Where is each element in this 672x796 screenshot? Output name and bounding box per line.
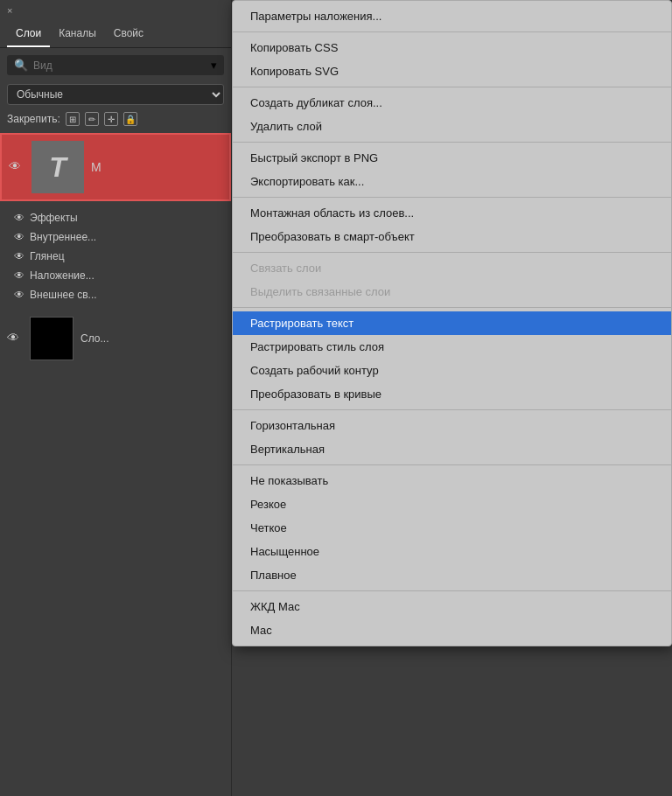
panel-tabs: Слои Каналы Свойс bbox=[0, 21, 231, 48]
menu-separator bbox=[233, 87, 671, 87]
effect-label: Наложение... bbox=[30, 269, 94, 282]
effect-eye-icon[interactable]: 👁 bbox=[14, 231, 24, 243]
lock-paint-button[interactable]: ✏ bbox=[85, 112, 99, 126]
lock-move-button[interactable]: ✛ bbox=[104, 112, 118, 126]
menu-item-create-path[interactable]: Создать рабочий контур bbox=[233, 359, 671, 382]
blend-mode-select[interactable]: Обычные bbox=[7, 84, 224, 105]
effect-eye-icon[interactable]: 👁 bbox=[14, 269, 24, 282]
visibility-eye-icon-2[interactable]: 👁 bbox=[7, 331, 23, 346]
effect-item-overlay[interactable]: 👁 Наложение... bbox=[0, 266, 231, 285]
menu-item-smooth[interactable]: Плавное bbox=[233, 563, 671, 587]
menu-item-mac[interactable]: Мас bbox=[233, 618, 671, 642]
search-icon: 🔍 bbox=[14, 59, 28, 72]
effect-label: Внутреннее... bbox=[30, 231, 96, 243]
menu-item-select-linked: Выделить связанные слои bbox=[233, 280, 671, 304]
black-layer[interactable]: 👁 Сло... bbox=[0, 311, 231, 366]
menu-item-link-layers: Связать слои bbox=[233, 256, 671, 280]
menu-item-saturated[interactable]: Насыщенное bbox=[233, 540, 671, 563]
menu-item-copy-svg[interactable]: Копировать SVG bbox=[233, 59, 671, 83]
black-layer-name: Сло... bbox=[80, 332, 108, 345]
menu-item-clear[interactable]: Четкое bbox=[233, 516, 671, 540]
effect-item-gloss[interactable]: 👁 Глянец bbox=[0, 247, 231, 266]
lock-label: Закрепить: bbox=[7, 113, 60, 125]
tab-properties[interactable]: Свойс bbox=[105, 21, 152, 47]
lock-row: Закрепить: ⊞ ✏ ✛ 🔒 bbox=[0, 108, 231, 129]
menu-separator bbox=[233, 409, 671, 410]
effect-item-inner[interactable]: 👁 Внутреннее... bbox=[0, 227, 231, 247]
menu-item-rasterize-text[interactable]: Растрировать текст bbox=[233, 311, 671, 335]
effect-item-outer[interactable]: 👁 Внешнее св... bbox=[0, 285, 231, 304]
effect-eye-icon[interactable]: 👁 bbox=[14, 250, 24, 262]
effect-label: Внешнее св... bbox=[30, 289, 97, 301]
menu-item-no-show[interactable]: Не показывать bbox=[233, 469, 671, 492]
visibility-eye-icon[interactable]: 👁 bbox=[9, 159, 24, 175]
menu-item-convert-curves[interactable]: Преобразовать в кривые bbox=[233, 382, 671, 406]
menu-item-smart-object[interactable]: Преобразовать в смарт-объект bbox=[233, 225, 671, 248]
search-input[interactable] bbox=[33, 59, 206, 72]
black-layer-thumbnail bbox=[30, 317, 74, 360]
menu-item-export-as[interactable]: Экспортировать как... bbox=[233, 170, 671, 193]
menu-separator bbox=[233, 590, 671, 591]
effect-item-effects[interactable]: 👁 Эффекты bbox=[0, 208, 231, 227]
effect-eye-icon[interactable]: 👁 bbox=[14, 212, 24, 224]
layer-search[interactable]: 🔍 ▾ bbox=[7, 55, 224, 75]
menu-separator bbox=[233, 31, 671, 32]
context-menu: Параметры наложения...Копировать CSSКопи… bbox=[232, 0, 672, 646]
menu-item-horizontal[interactable]: Горизонтальная bbox=[233, 414, 671, 437]
menu-item-quick-export[interactable]: Быстрый экспорт в PNG bbox=[233, 146, 671, 170]
menu-item-lcd-mac[interactable]: ЖКД Мас bbox=[233, 595, 671, 618]
menu-item-copy-css[interactable]: Копировать CSS bbox=[233, 36, 671, 59]
layers-panel: × Слои Каналы Свойс 🔍 ▾ Обычные Закрепит… bbox=[0, 0, 232, 796]
panel-close-button[interactable]: × bbox=[0, 0, 231, 21]
menu-item-duplicate-layer[interactable]: Создать дубликат слоя... bbox=[233, 91, 671, 115]
menu-item-artboard[interactable]: Монтажная область из слоев... bbox=[233, 201, 671, 225]
menu-item-rasterize-style[interactable]: Растрировать стиль слоя bbox=[233, 335, 671, 359]
menu-separator bbox=[233, 307, 671, 308]
menu-item-vertical[interactable]: Вертикальная bbox=[233, 437, 671, 461]
tab-layers[interactable]: Слои bbox=[7, 21, 50, 47]
menu-separator bbox=[233, 142, 671, 143]
chevron-down-icon: ▾ bbox=[211, 59, 217, 72]
menu-item-sharp[interactable]: Резкое bbox=[233, 492, 671, 516]
layer-thumbnail: T bbox=[32, 141, 84, 193]
layer-name-label: M bbox=[91, 160, 102, 174]
menu-separator bbox=[233, 464, 671, 465]
menu-item-delete-layer[interactable]: Удалить слой bbox=[233, 115, 671, 138]
effect-eye-icon[interactable]: 👁 bbox=[14, 289, 24, 301]
effect-label: Эффекты bbox=[30, 212, 78, 224]
menu-separator bbox=[233, 197, 671, 198]
tab-channels[interactable]: Каналы bbox=[50, 21, 105, 47]
lock-all-button[interactable]: 🔒 bbox=[123, 112, 137, 126]
menu-item-blend-options[interactable]: Параметры наложения... bbox=[233, 4, 671, 28]
effects-list: 👁 Эффекты 👁 Внутреннее... 👁 Глянец 👁 Нал… bbox=[0, 205, 231, 308]
selected-layer[interactable]: 👁 T M bbox=[0, 133, 231, 201]
blend-mode-row: Обычные bbox=[0, 80, 231, 108]
effect-label: Глянец bbox=[30, 250, 65, 262]
lock-pixels-button[interactable]: ⊞ bbox=[66, 112, 80, 126]
menu-separator bbox=[233, 252, 671, 253]
